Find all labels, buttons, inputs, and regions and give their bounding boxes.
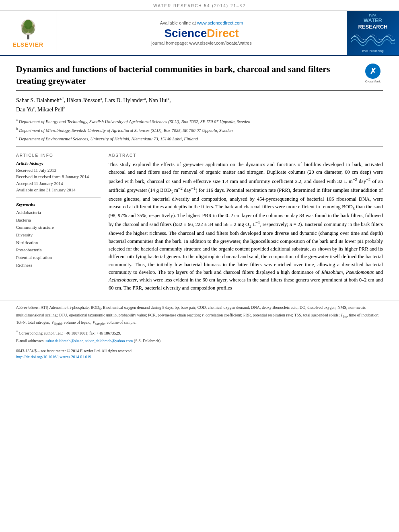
email-link-yahoo[interactable]: sahar_dalahmeh@yahoo.com	[85, 339, 133, 343]
keyword-diversity: Diversity	[16, 231, 101, 239]
svg-point-6	[21, 25, 24, 27]
author-hylander: Lars D. Hylander	[105, 97, 144, 103]
wr-wave-icon	[351, 31, 395, 47]
affiliation-c: c Department of Environmental Sciences, …	[16, 135, 383, 142]
crossmark-badge[interactable]: ✗ CrossMark	[363, 64, 383, 83]
accepted-date: Accepted 11 January 2014	[16, 180, 101, 187]
keywords-group: Keywords: Acidobacteria Bacteria Communi…	[16, 202, 101, 269]
author-hui: Nan Hui	[148, 97, 168, 103]
elsevier-tree-icon	[16, 18, 40, 41]
elsevier-logo: ELSEVIER	[12, 18, 43, 48]
email-suffix: (S.S. Dalahmeh).	[134, 339, 162, 343]
copyright-text: 0043-1354/$ – see front matter © 2014 El…	[16, 348, 383, 354]
wr-title: WATER RESEARCH	[358, 17, 388, 30]
affiliation-b: b Department of Microbiology, Swedish Un…	[16, 126, 383, 134]
footer-emails: E-mail addresses: sahar.dalahmeh@slu.se,…	[16, 338, 383, 344]
author-pell: Mikael Pell	[37, 107, 64, 113]
crossmark-icon: ✗	[365, 64, 380, 79]
sciencedirect-logo: ScienceDirect	[164, 27, 239, 40]
water-research-badge: IWA WATER RESEARCH IWA Publishing	[347, 11, 399, 55]
journal-homepage: journal homepage: www.elsevier.com/locat…	[151, 41, 251, 45]
logo-banner: ELSEVIER Available online at www.science…	[0, 11, 399, 56]
article-title: Dynamics and functions of bacterial comm…	[16, 64, 359, 86]
footer-abbreviations: Abbreviations: ATP, Adenosine tri-phosph…	[16, 304, 383, 327]
author-jonsson: Håkan Jönsson	[66, 97, 100, 103]
left-column: ARTICLE INFO Article history: Received 1…	[16, 153, 101, 292]
author-dalahmeh: Sahar S. Dalahmeh	[16, 97, 60, 103]
received-date: Received 11 July 2013	[16, 167, 101, 174]
divider	[16, 197, 101, 198]
elsevier-wordmark: ELSEVIER	[12, 41, 43, 48]
article-info-heading: ARTICLE INFO	[16, 153, 101, 158]
keyword-potential-respiration: Potential respiration	[16, 254, 101, 261]
keywords-heading: Keywords:	[16, 202, 101, 207]
affiliations: a Department of Energy and Technology, S…	[16, 117, 383, 142]
wr-iwa-text: IWA Publishing	[362, 49, 384, 53]
article-content: Dynamics and functions of bacterial comm…	[0, 56, 399, 292]
corresponding-note: * Corresponding author. Tel.: +46 186716…	[16, 331, 121, 335]
elsevier-logo-area: ELSEVIER	[0, 11, 56, 55]
journal-title-top: WATER RESEARCH 54 (2014) 21–32	[153, 4, 246, 8]
keyword-acidobacteria: Acidobacteria	[16, 209, 101, 216]
footer-copyright: 0043-1354/$ – see front matter © 2014 El…	[16, 348, 383, 360]
two-column-layout: ARTICLE INFO Article history: Received 1…	[16, 146, 383, 292]
authors-section: Sahar S. Dalahmeha,*, Håkan Jönssona, La…	[16, 91, 383, 146]
affiliation-a: a Department of Energy and Technology, S…	[16, 117, 383, 125]
keyword-proteobacteria: Proteobacteria	[16, 246, 101, 254]
keyword-nitrification: Nitrification	[16, 239, 101, 246]
footer-corresponding: * Corresponding author. Tel.: +46 186716…	[16, 330, 383, 336]
footer-area: Abbreviations: ATP, Adenosine tri-phosph…	[0, 300, 399, 364]
svg-point-5	[24, 20, 32, 29]
abbrev-text: ATP, Adenosine tri-phosphate; BOD5, Bioc…	[16, 305, 380, 325]
svg-point-7	[33, 25, 35, 27]
doi-link[interactable]: http://dx.doi.org/10.1016/j.watres.2014.…	[16, 355, 91, 359]
email-link-slu[interactable]: sahar.dalahmeh@slu.se	[45, 339, 83, 343]
available-online-date: Available online 31 January 2014	[16, 187, 101, 193]
authors-line: Sahar S. Dalahmeha,*, Håkan Jönssona, La…	[16, 96, 383, 114]
email-label-text: E-mail addresses:	[16, 339, 45, 343]
abstract-text: This study explored the effects of greyw…	[109, 161, 383, 292]
abstract-heading: ABSTRACT	[109, 153, 383, 158]
sciencedirect-url[interactable]: www.sciencedirect.com	[197, 21, 243, 25]
wr-label: IWA	[369, 13, 377, 17]
journal-header-top: WATER RESEARCH 54 (2014) 21–32	[0, 0, 399, 11]
center-banner: Available online at www.sciencedirect.co…	[56, 11, 347, 55]
abbrev-label: Abbreviations:	[16, 305, 40, 310]
history-label: Article history:	[16, 161, 101, 166]
article-title-section: Dynamics and functions of bacterial comm…	[16, 56, 383, 91]
available-online-text: Available online at www.sciencedirect.co…	[160, 21, 243, 25]
article-history-group: Article history: Received 11 July 2013 R…	[16, 161, 101, 193]
article-title-text: Dynamics and functions of bacterial comm…	[16, 64, 359, 86]
right-column: ABSTRACT This study explored the effects…	[109, 153, 383, 292]
keyword-bacteria: Bacteria	[16, 216, 101, 224]
crossmark-label: CrossMark	[365, 80, 381, 83]
keyword-richness: Richness	[16, 261, 101, 269]
received-revised-date: Received in revised form 8 January 2014	[16, 173, 101, 180]
keyword-community-structure: Community structure	[16, 224, 101, 231]
author-yu: Dan Yu	[16, 107, 33, 113]
